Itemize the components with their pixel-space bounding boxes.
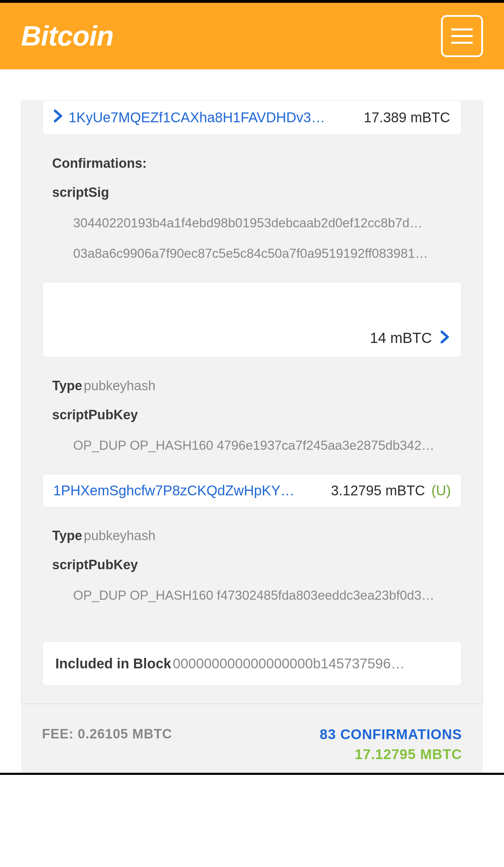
type-value: pubkeyhash <box>84 378 155 393</box>
navbar: Bitcoin <box>0 3 504 69</box>
transaction-panel: 1KyUe7MQEZf1CAXha8H1FAVDHDv3… 17.389 mBT… <box>21 100 483 704</box>
chevron-right-icon[interactable] <box>441 331 449 346</box>
scriptpubkey-line: OP_DUP OP_HASH160 f47302485fda803eeddc3e… <box>52 588 452 603</box>
output-address-link[interactable]: 1PHXemSghcfw7P8zCKQdZwHpKY… <box>53 483 324 498</box>
scriptsig-line: 30440220193b4a1f4ebd98b01953debcaab2d0ef… <box>52 216 452 230</box>
bottom-black-bar <box>0 773 504 775</box>
block-hash-link[interactable]: 000000000000000000b145737596… <box>173 656 405 671</box>
block-label: Included in Block <box>55 656 171 671</box>
input-address-link[interactable]: 1KyUe7MQEZf1CAXha8H1FAVDHDv3… <box>69 110 357 125</box>
transaction-footer: FEE: 0.26105 MBTC 83 CONFIRMATIONS 17.12… <box>21 704 483 773</box>
type-label: Type <box>52 528 82 543</box>
input-address-card: 1KyUe7MQEZf1CAXha8H1FAVDHDv3… 17.389 mBT… <box>42 100 462 135</box>
scriptsig-label: scriptSig <box>52 185 109 200</box>
output-amount: 3.12795 mBTC <box>331 483 425 498</box>
scriptsig-line: 03a8a6c9906a7f90ec87c5e5c84c50a7f0a95191… <box>52 246 452 261</box>
output-address-card: 1PHXemSghcfw7P8zCKQdZwHpKY… 3.12795 mBTC… <box>42 474 462 507</box>
total-amount: 17.12795 MBTC <box>320 746 462 762</box>
hamburger-menu-button[interactable] <box>441 15 483 57</box>
top-black-bar <box>0 0 504 3</box>
hamburger-line-icon <box>451 28 473 30</box>
scriptpubkey-label: scriptPubKey <box>52 557 138 572</box>
fee-label: FEE: 0.26105 MBTC <box>42 727 172 742</box>
output-amount-card: 14 mBTC <box>42 282 462 357</box>
output-amount: 14 mBTC <box>370 330 432 346</box>
chevron-right-icon[interactable] <box>54 110 62 125</box>
included-in-block-card: Included in Block 000000000000000000b145… <box>42 641 462 686</box>
unspent-flag: (U) <box>431 483 451 498</box>
type-label: Type <box>52 378 82 393</box>
confirmations-label: Confirmations: <box>52 156 147 171</box>
type-value: pubkeyhash <box>84 528 155 543</box>
hamburger-line-icon <box>451 35 473 37</box>
hamburger-line-icon <box>451 42 473 44</box>
input-details: Confirmations: scriptSig 30440220193b4a1… <box>42 156 462 261</box>
output-0-details: Type pubkeyhash scriptPubKey OP_DUP OP_H… <box>42 378 462 453</box>
brand-logo[interactable]: Bitcoin <box>21 20 113 52</box>
output-1-details: Type pubkeyhash scriptPubKey OP_DUP OP_H… <box>42 528 462 603</box>
scriptpubkey-label: scriptPubKey <box>52 407 138 422</box>
scriptpubkey-line: OP_DUP OP_HASH160 4796e1937ca7f245aa3e28… <box>52 438 452 453</box>
input-amount: 17.389 mBTC <box>364 110 450 125</box>
confirmation-count: 83 CONFIRMATIONS <box>320 727 462 742</box>
